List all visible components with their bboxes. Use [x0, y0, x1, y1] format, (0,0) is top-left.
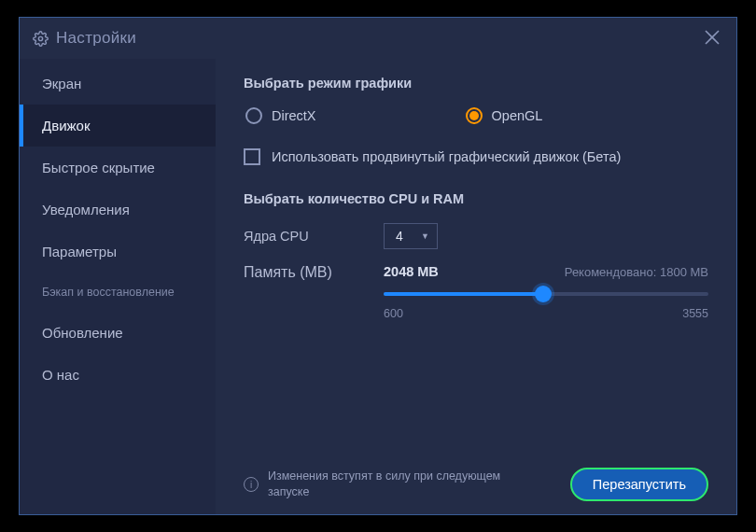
- cpu-ram-title: Выбрать количество CPU и RAM: [244, 191, 708, 206]
- info-icon: i: [244, 477, 259, 492]
- graphics-mode-title: Выбрать режим графики: [244, 76, 708, 91]
- checkbox-icon: [244, 148, 260, 165]
- radio-directx[interactable]: DirectX: [245, 107, 316, 124]
- titlebar: Настройки: [20, 18, 736, 59]
- cpu-cores-row: Ядра CPU 4 ▼: [244, 223, 708, 249]
- advanced-engine-checkbox[interactable]: Использовать продвинутый графический дви…: [244, 148, 708, 165]
- caret-down-icon: ▼: [421, 231, 429, 241]
- close-icon[interactable]: [701, 24, 723, 52]
- radio-opengl[interactable]: OpenGL: [466, 107, 543, 124]
- memory-slider[interactable]: 600 3555: [384, 288, 708, 320]
- footer: i Изменения вступят в силу при следующем…: [244, 468, 708, 501]
- sidebar-item-label: Обновление: [42, 325, 123, 341]
- sidebar-item-label: Параметры: [42, 244, 117, 259]
- sidebar-item-about[interactable]: О нас: [20, 354, 216, 396]
- sidebar-item-update[interactable]: Обновление: [20, 312, 216, 354]
- main-panel: Выбрать режим графики DirectX OpenGL Исп…: [216, 59, 736, 514]
- sidebar-item-parameters[interactable]: Параметры: [20, 231, 216, 273]
- slider-thumb[interactable]: [535, 286, 552, 302]
- sidebar-item-quick-hide[interactable]: Быстрое скрытие: [20, 147, 216, 189]
- gear-icon: [33, 31, 49, 47]
- sidebar-item-label: О нас: [42, 367, 79, 383]
- slider-fill: [384, 292, 543, 296]
- cpu-cores-label: Ядра CPU: [244, 229, 384, 244]
- select-value: 4: [396, 229, 403, 244]
- window-title: Настройки: [56, 29, 136, 48]
- window-body: Экран Движок Быстрое скрытие Уведомления…: [20, 59, 736, 514]
- sidebar-item-label: Бэкап и восстановление: [42, 286, 175, 299]
- checkbox-label: Использовать продвинутый графический дви…: [272, 149, 621, 164]
- sidebar-item-notifications[interactable]: Уведомления: [20, 189, 216, 231]
- sidebar-item-label: Уведомления: [42, 202, 130, 217]
- sidebar-item-label: Движок: [42, 118, 90, 133]
- settings-window: Настройки Экран Движок Быстрое скрытие У…: [19, 17, 737, 515]
- graphics-mode-radios: DirectX OpenGL: [244, 107, 708, 124]
- slider-range-labels: 600 3555: [384, 307, 708, 320]
- sidebar: Экран Движок Быстрое скрытие Уведомления…: [20, 59, 216, 514]
- radio-circle-icon: [466, 107, 483, 124]
- sidebar-item-backup[interactable]: Бэкап и восстановление: [20, 273, 216, 312]
- memory-recommended: Рекомендовано: 1800 MB: [565, 265, 708, 279]
- sidebar-item-engine[interactable]: Движок: [20, 105, 216, 147]
- sidebar-item-screen[interactable]: Экран: [20, 63, 216, 105]
- memory-row: Память (MB) 2048 MB Рекомендовано: 1800 …: [244, 264, 708, 320]
- svg-point-0: [38, 36, 42, 40]
- radio-circle-icon: [245, 107, 262, 124]
- restart-button[interactable]: Перезапустить: [570, 468, 708, 501]
- radio-label: OpenGL: [492, 108, 543, 123]
- sidebar-item-label: Быстрое скрытие: [42, 160, 155, 175]
- memory-value: 2048 MB: [384, 264, 439, 279]
- sidebar-item-label: Экран: [42, 76, 81, 91]
- radio-label: DirectX: [272, 108, 316, 123]
- info-text: Изменения вступят в силу при следующем з…: [268, 469, 511, 500]
- cpu-cores-select[interactable]: 4 ▼: [384, 223, 438, 249]
- memory-label: Память (MB): [244, 264, 384, 281]
- slider-min: 600: [384, 307, 403, 320]
- slider-max: 3555: [682, 307, 708, 320]
- slider-track: [384, 292, 708, 296]
